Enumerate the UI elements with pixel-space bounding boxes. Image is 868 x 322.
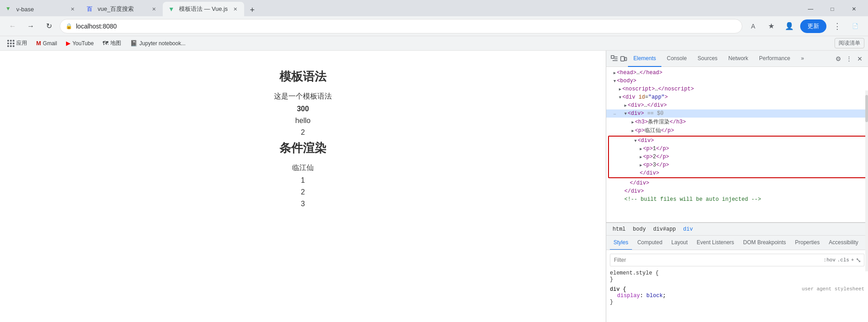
dom-line-close-div2[interactable]: </div> [606,179,868,187]
bottom-tab-layout[interactable]: Layout [668,236,691,250]
semicolon: ; [663,293,666,299]
dom-body-text: <body> [617,78,636,84]
tab-sources[interactable]: Sources [692,51,723,67]
bottom-tab-event-listeners[interactable]: Event Listeners [693,236,738,250]
bottom-tab-properties[interactable]: Properties [792,236,824,250]
forward-button[interactable]: → [24,19,38,33]
dom-line-selected-div[interactable]: … <div> == $0 [606,109,868,118]
tab-v-base[interactable]: ▼ v-base ✕ [0,2,81,16]
minimize-button[interactable]: ― [800,2,821,16]
breadcrumb-html[interactable]: html [610,225,628,233]
tab-close-vuejs[interactable]: ✕ [231,5,239,13]
tab-close-v-base[interactable]: ✕ [69,5,76,13]
dom-close-div3-text: </div> [624,188,644,194]
dom-h3-text: <h3>条件渲染</h3> [635,118,686,126]
dom-line-p2[interactable]: <p>2</p> [609,153,865,161]
dom-line-inner-div[interactable]: <div>…</div> [606,101,868,109]
tab-elements[interactable]: Elements [628,51,661,67]
bookmark-star-icon[interactable]: ★ [764,19,778,33]
translate-icon[interactable]: A [746,19,760,33]
bottom-tab-accessibility[interactable]: Accessibility [825,236,862,250]
div-style-rule-header: div { user agent stylesheet [610,286,864,293]
dom-line-highlight-div-close[interactable]: </div> [609,169,865,177]
tab-more[interactable]: » [796,51,810,67]
tab-vuejs[interactable]: ▼ 模板语法 — Vue.js ✕ [163,2,244,16]
reading-mode-icon[interactable]: 📄 [848,19,863,33]
maximize-button[interactable]: □ [822,2,843,16]
dom-line-body[interactable]: <body> [606,77,868,85]
filter-input[interactable] [610,257,821,263]
settings-icon[interactable]: ⚙ [834,54,843,63]
bottom-tab-styles[interactable]: Styles [610,236,632,250]
device-toggle-icon[interactable] [619,54,628,63]
filter-hov[interactable]: :hov [824,257,835,263]
display-prop: display [617,293,640,299]
apps-grid-icon [7,40,14,47]
tab-title-vuejs: 模板语法 — Vue.js [179,5,228,13]
bookmark-maps[interactable]: 🗺 地图 [99,38,125,48]
dom-line-comment[interactable]: <!-- built files will be auto injected -… [606,195,868,204]
filter-add[interactable]: + [851,257,854,263]
scrollbar[interactable] [865,90,868,271]
dom-line-p1[interactable]: <p>1</p> [609,145,865,153]
reading-mode-button[interactable]: 阅读清单 [835,38,864,48]
tab-favicon-v-base: ▼ [5,5,13,13]
tab-performance[interactable]: Performance [754,51,796,67]
close-button[interactable]: ✕ [844,2,864,16]
bookmark-jupyter[interactable]: 📓 Jupyter notebook... [127,39,189,47]
update-button[interactable]: 更新 [800,19,826,33]
inspect-icon[interactable] [610,54,619,63]
svg-rect-0 [611,56,614,58]
bottom-tab-dom-breakpoints[interactable]: DOM Breakpoints [740,236,790,250]
svg-rect-1 [621,57,624,61]
breadcrumb-div-app[interactable]: div#app [651,225,679,233]
expand-p3-icon [640,162,642,168]
profile-icon[interactable]: 👤 [782,19,797,33]
tab-network[interactable]: Network [723,51,754,67]
dom-line-h3[interactable]: <h3>条件渲染</h3> [606,118,868,126]
dom-line-highlight-div-open[interactable]: <div> [609,137,865,145]
dom-line-noscript[interactable]: <noscript>…</noscript> [606,85,868,93]
bookmark-youtube[interactable]: ▶ YouTube [62,39,97,47]
bottom-tab-computed[interactable]: Computed [634,236,666,250]
expand-p2-icon [640,154,642,160]
bookmark-apps[interactable]: 应用 [4,38,31,48]
expand-highlight-div-icon [634,137,637,144]
dom-highlight-div-text: <div> [637,137,654,144]
list-item-3: 3 [301,200,305,208]
tabs-bar: ▼ v-base ✕ 百 vue_百度搜索 ✕ ▼ 模板语法 — Vue.js … [0,0,868,16]
bookmark-gmail[interactable]: M Gmail [33,39,61,47]
browser-window: ▼ v-base ✕ 百 vue_百度搜索 ✕ ▼ 模板语法 — Vue.js … [0,0,868,322]
expand-head-icon [613,70,616,76]
dom-line-p3[interactable]: <p>3</p> [609,161,865,169]
back-button[interactable]: ← [5,19,20,33]
expand-div-app-icon [619,94,621,100]
breadcrumb-div[interactable]: div [680,225,696,233]
address-bar[interactable]: 🔒 localhost:8080 [60,19,742,33]
div-rule-open: div { [610,286,626,293]
tab-favicon-vuejs: ▼ [168,5,175,13]
menu-button[interactable]: ⋮ [830,19,844,33]
dom-line-div-app[interactable]: <div id="app"> [606,93,868,101]
dom-selected-text: <div> == $0 [627,110,663,117]
devtools-panel: Elements Console Sources Network Perform… [606,51,868,322]
new-tab-button[interactable]: + [246,4,259,16]
dom-line-head[interactable]: <head>…</head> [606,69,868,77]
dom-highlighted-region: <div> <p>1</p> [608,136,866,178]
dom-inner-div-text: <div>…</div> [627,102,666,109]
filter-cls[interactable]: .cls [837,257,849,263]
dom-tree[interactable]: <head>…</head> <body> <noscript>…< [606,67,868,223]
tab-baidu[interactable]: 百 vue_百度搜索 ✕ [81,2,163,16]
dom-line-close-div3[interactable]: </div> [606,187,868,195]
breadcrumb-body[interactable]: body [630,225,649,233]
scrollbar-thumb[interactable] [865,95,868,122]
tab-close-baidu[interactable]: ✕ [150,5,157,13]
refresh-button[interactable]: ↻ [42,19,56,33]
element-style-section: element.style { } [610,270,864,283]
filter-expand[interactable]: ⤡ [856,256,861,264]
dom-line-p-poem[interactable]: <p>临江仙</p> [606,126,868,135]
list-item-1: 1 [301,176,305,185]
tab-console[interactable]: Console [661,51,692,67]
devtools-more-icon[interactable]: ⋮ [844,54,854,63]
devtools-close-icon[interactable]: ✕ [855,54,864,63]
